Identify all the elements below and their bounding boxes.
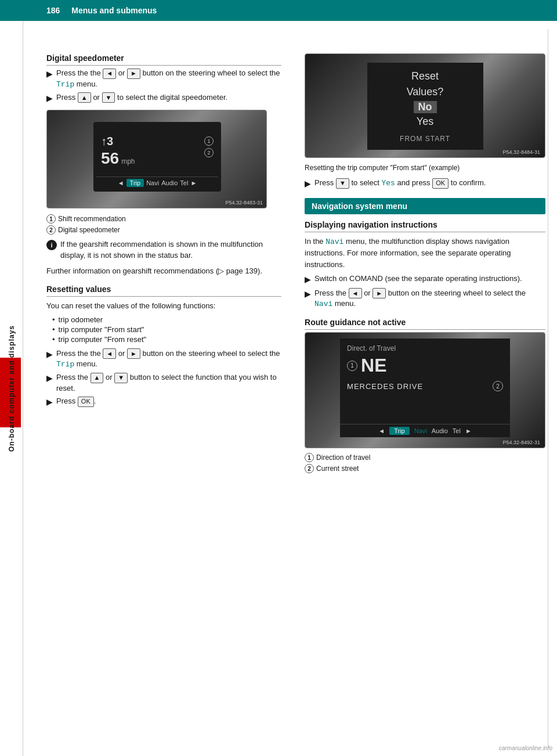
nav-bullet1-text: Switch on COMAND (see the separate opera… bbox=[314, 273, 522, 286]
travel-trip-tab: Trip bbox=[389, 427, 410, 435]
travel-navi-tab: Navi bbox=[414, 427, 427, 434]
page-number: 186 bbox=[46, 6, 60, 15]
left-btn[interactable]: ◄ bbox=[103, 69, 116, 79]
down-btn-3[interactable]: ▼ bbox=[336, 178, 349, 189]
circle-1: 1 bbox=[46, 214, 56, 224]
arrow-icon-6: ▶ bbox=[305, 178, 311, 190]
travel-street-row: MERCEDES DRIVE 2 bbox=[347, 381, 503, 391]
nav-menu-heading: Navigation system menu bbox=[305, 198, 545, 214]
info-block: i If the gearshift recommendation is sho… bbox=[46, 239, 281, 260]
travel-content: Direct. of Travel 1 NE MERCEDES DRIVE 2 bbox=[340, 339, 510, 424]
reset-bullet-3: ▶ Press OK. bbox=[46, 396, 281, 408]
screen-content: ↑3 56 mph 1 2 bbox=[96, 127, 218, 177]
travel-photo-ref: P54.32-8492-31 bbox=[502, 440, 540, 445]
travel-circle-1: 1 bbox=[347, 361, 357, 371]
reset-bullet1-text: Press the the ◄ or ► button on the steer… bbox=[56, 348, 281, 370]
trip-menu-1: Trip bbox=[56, 80, 74, 89]
reset-yes: Yes bbox=[417, 116, 433, 128]
reset-photo-ref: P54.32-8484-31 bbox=[502, 149, 540, 155]
circle-2: 2 bbox=[46, 225, 56, 235]
sidebar: On-board computer and displays bbox=[0, 21, 23, 756]
nav-bullet2-text: Press the ◄ or ► button on the steering … bbox=[314, 288, 545, 310]
displaying-nav-section: Displaying navigation instructions In th… bbox=[305, 220, 545, 310]
up-btn-2[interactable]: ▲ bbox=[91, 373, 104, 383]
resetting-heading: Resetting values bbox=[46, 285, 281, 297]
sidebar-label: On-board computer and displays bbox=[8, 325, 16, 452]
travel-left-arrow: ◄ bbox=[378, 427, 385, 434]
travel-ne: NE bbox=[361, 355, 386, 376]
header-bar: 186 Menus and submenus bbox=[0, 0, 557, 21]
route-guidance-section: Route guidance not active Direct. of Tra… bbox=[305, 318, 545, 473]
travel-dir-label: Direct. of Travel bbox=[347, 344, 503, 352]
travel-caption-1: 1 Direction of travel bbox=[305, 453, 545, 462]
travel-street: MERCEDES DRIVE bbox=[347, 382, 423, 391]
travel-circle-2: 2 bbox=[493, 381, 503, 391]
dot-text-2: trip computer "From start" bbox=[59, 325, 144, 334]
left-btn-2[interactable]: ◄ bbox=[103, 348, 116, 359]
digital-speedometer-section: Digital speedometer ▶ Press the the ◄ or… bbox=[46, 53, 281, 276]
arrow-icon-5: ▶ bbox=[46, 397, 53, 408]
arrow-icon-2: ▶ bbox=[46, 93, 53, 105]
yes-option: Yes bbox=[381, 179, 395, 188]
travel-display-image: Direct. of Travel 1 NE MERCEDES DRIVE 2 … bbox=[305, 332, 545, 448]
right-btn[interactable]: ► bbox=[127, 69, 140, 79]
up-btn-1[interactable]: ▲ bbox=[78, 92, 91, 103]
left-btn-3[interactable]: ◄ bbox=[349, 288, 362, 298]
reset-bullet2-text: Press the ▲ or ▼ button to select the fu… bbox=[56, 372, 281, 394]
reset-confirm-text: Press ▼ to select Yes and press OK to co… bbox=[314, 178, 486, 190]
right-btn-2[interactable]: ► bbox=[127, 348, 140, 359]
bullet2-text: Press ▲ or ▼ to select the digital speed… bbox=[56, 92, 227, 105]
reset-screen: Reset Values? No Yes FROM START bbox=[367, 63, 483, 150]
travel-caption-text-1: Direction of travel bbox=[316, 453, 370, 462]
dot-text-3: trip computer "From reset" bbox=[59, 335, 147, 344]
dot-1: • bbox=[52, 315, 55, 324]
down-btn-2[interactable]: ▼ bbox=[114, 373, 128, 383]
down-btn-1[interactable]: ▼ bbox=[102, 92, 115, 103]
page-border-right bbox=[548, 29, 548, 747]
bullet1-text: Press the the ◄ or ► button on the steer… bbox=[56, 68, 281, 90]
reset-confirm-bullet: ▶ Press ▼ to select Yes and press OK to … bbox=[305, 178, 545, 190]
bullet-item-2: ▶ Press ▲ or ▼ to select the digital spe… bbox=[46, 92, 281, 105]
caption-row-2: 2 Digital speedometer bbox=[46, 225, 281, 235]
travel-circle-num-2: 2 bbox=[305, 464, 314, 473]
resetting-values-section: Resetting values You can reset the value… bbox=[46, 285, 281, 408]
reset-line2: Values? bbox=[407, 85, 444, 99]
reset-line1: Reset bbox=[411, 70, 439, 83]
route-guidance-heading: Route guidance not active bbox=[305, 318, 545, 330]
travel-audio-tab: Audio bbox=[432, 427, 448, 434]
caption-1-text: Shift recommendation bbox=[58, 215, 126, 223]
right-column: Reset Values? No Yes FROM START P54.32-8… bbox=[293, 42, 557, 487]
bullet-item-1: ▶ Press the the ◄ or ► button on the ste… bbox=[46, 68, 281, 90]
arrow-icon-8: ▶ bbox=[305, 289, 311, 310]
further-info: Further information on gearshift recomme… bbox=[46, 265, 281, 277]
travel-tel-tab: Tel bbox=[453, 427, 461, 434]
displaying-nav-intro: In the Navi menu, the multifunction disp… bbox=[305, 236, 545, 271]
arrow-icon-3: ▶ bbox=[46, 349, 53, 370]
info-text: If the gearshift recommendation is shown… bbox=[60, 239, 281, 260]
travel-circle-num-1: 1 bbox=[305, 453, 314, 462]
main-content: Digital speedometer ▶ Press the the ◄ or… bbox=[29, 42, 557, 487]
reset-no: No bbox=[414, 101, 437, 113]
travel-bottom-menu: ◄ Trip Navi Audio Tel ► bbox=[340, 424, 510, 437]
screen-area: ↑3 56 mph 1 2 bbox=[93, 122, 221, 192]
ok-btn-2[interactable]: OK bbox=[432, 178, 449, 189]
trip-menu-2: Trip bbox=[56, 360, 74, 369]
nav-bullet-2: ▶ Press the ◄ or ► button on the steerin… bbox=[305, 288, 545, 310]
nav-bullet-1: ▶ Switch on COMAND (see the separate ope… bbox=[305, 273, 545, 286]
arrow-icon-4: ▶ bbox=[46, 373, 53, 394]
digital-speedometer-heading: Digital speedometer bbox=[46, 53, 281, 66]
resetting-intro: You can reset the values of the followin… bbox=[46, 300, 281, 312]
bottom-menu-1: ◄ Trip Navi Audio Tel ► bbox=[96, 177, 218, 189]
reset-display-image: Reset Values? No Yes FROM START P54.32-8… bbox=[305, 53, 545, 158]
photo-ref-1: P54.32-8483-31 bbox=[225, 200, 263, 206]
dot-item-1: • trip odometer bbox=[46, 315, 281, 324]
travel-caption-text-2: Current street bbox=[316, 465, 359, 473]
ok-btn-1[interactable]: OK bbox=[78, 397, 94, 407]
watermark: carmanualonline.info bbox=[499, 745, 552, 751]
navi-menu-2: Navi bbox=[314, 300, 332, 308]
trip-display-image: ↑3 56 mph 1 2 bbox=[46, 110, 267, 208]
right-btn-3[interactable]: ► bbox=[372, 288, 386, 298]
dot-item-3: • trip computer "From reset" bbox=[46, 335, 281, 344]
section-title: Menus and submenus bbox=[71, 6, 157, 15]
reset-bullet3-text: Press OK. bbox=[56, 396, 96, 408]
